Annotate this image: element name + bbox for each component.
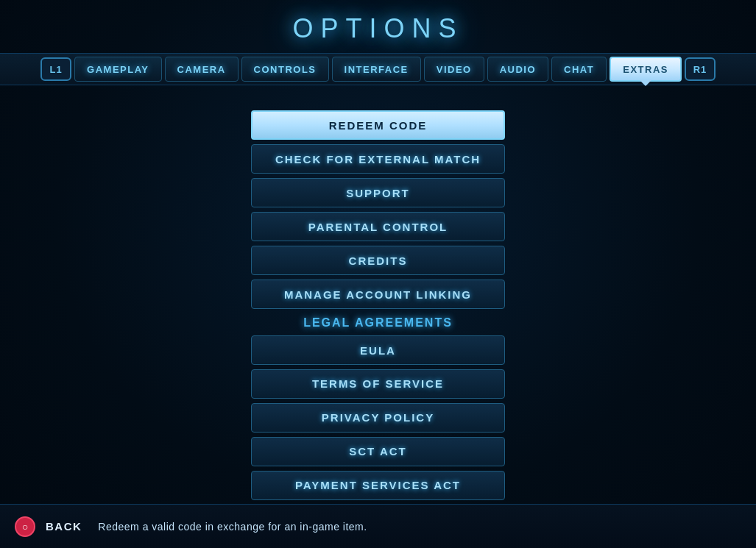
tab-interface[interactable]: INTERFACE — [332, 57, 421, 82]
tab-gameplay[interactable]: GAMEPLAY — [74, 57, 161, 82]
tab-extras[interactable]: EXTRAS — [610, 57, 682, 82]
parental-control-button[interactable]: PARENTAL CONTROL — [251, 212, 505, 241]
tab-chat[interactable]: CHAT — [551, 57, 607, 82]
hint-text: Redeem a valid code in exchange for an i… — [98, 521, 367, 533]
eula-button[interactable]: EULA — [251, 335, 505, 365]
sct-act-button[interactable]: SCT ACT — [251, 437, 505, 466]
redeem-code-button[interactable]: REDEEM CODE — [251, 110, 505, 140]
tab-bar: L1 GAMEPLAY CAMERA CONTROLS INTERFACE VI… — [0, 53, 756, 85]
tab-controls[interactable]: CONTROLS — [241, 57, 329, 82]
tab-l1-button[interactable]: L1 — [40, 57, 71, 81]
tab-audio[interactable]: AUDIO — [487, 57, 548, 82]
back-label[interactable]: BACK — [46, 520, 82, 533]
privacy-policy-button[interactable]: PRIVACY POLICY — [251, 403, 505, 433]
main-content: REDEEM CODE CHECK FOR EXTERNAL MATCH SUP… — [15, 96, 741, 500]
bottom-bar: ○ BACK Redeem a valid code in exchange f… — [0, 504, 756, 548]
payment-services-act-button[interactable]: PAYMENT SERVICES ACT — [251, 471, 505, 500]
manage-account-linking-button[interactable]: MANAGE ACCOUNT LINKING — [251, 280, 505, 309]
tab-video[interactable]: VIDEO — [424, 57, 484, 82]
tab-camera[interactable]: CAMERA — [165, 57, 239, 82]
page-title: OPTIONS — [0, 13, 756, 44]
tab-r1-button[interactable]: R1 — [685, 57, 716, 81]
terms-of-service-button[interactable]: TERMS OF SERVICE — [251, 369, 505, 399]
credits-button[interactable]: CREDITS — [251, 246, 505, 275]
back-circle-icon: ○ — [15, 516, 35, 537]
legal-agreements-label: LEGAL AGREEMENTS — [251, 316, 505, 330]
check-external-match-button[interactable]: CHECK FOR EXTERNAL MATCH — [251, 144, 505, 174]
support-button[interactable]: SUPPORT — [251, 178, 505, 207]
